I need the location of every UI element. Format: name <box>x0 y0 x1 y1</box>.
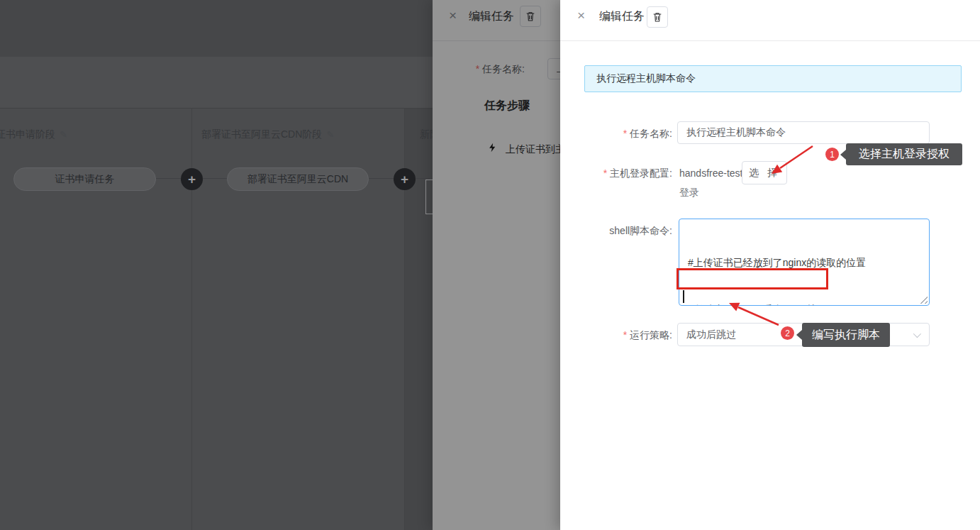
task-name-label: 任务名称: <box>433 63 525 76</box>
task-pill-deploy-cdn[interactable]: 部署证书至阿里云CDN <box>227 167 369 191</box>
step-badge-1: 1 <box>825 148 839 161</box>
step-item-label[interactable]: 上传证书到主机 <box>506 143 560 156</box>
info-alert: 执行远程主机脚本命令 <box>584 65 962 92</box>
task-name-input[interactable] <box>547 58 560 79</box>
resize-grip[interactable] <box>920 297 928 304</box>
stage-title-deploy-cdn: 部署证书至阿里云CDN阶段✎ <box>201 128 334 141</box>
edit-task-drawer: × 编辑任务 执行远程主机脚本命令 任务名称: 主机登录配置: handsfre… <box>560 0 980 530</box>
close-icon[interactable]: × <box>577 9 585 22</box>
tooltip-write-script: 编写执行脚本 <box>802 323 890 347</box>
text-caret <box>683 290 684 303</box>
task-steps-heading: 任务步骤 <box>484 99 530 114</box>
divider <box>433 40 560 41</box>
host-login-label: 主机登录配置: <box>573 167 672 180</box>
run-policy-value: 成功后跳过 <box>686 329 736 341</box>
task-name-input[interactable] <box>677 121 930 144</box>
host-login-value: handsfree-test <box>679 167 743 179</box>
pick-host-button[interactable]: 选 择 <box>742 161 787 184</box>
trash-icon <box>652 11 663 23</box>
drawer-title: 编辑任务 <box>599 9 645 24</box>
tooltip-notch <box>796 330 802 340</box>
chevron-down-icon <box>913 330 921 338</box>
drawer-title: 编辑任务 <box>469 9 514 24</box>
divider <box>560 40 980 41</box>
trash-icon <box>525 11 536 22</box>
edit-stage-icon[interactable]: ✎ <box>326 129 334 140</box>
shell-script-textarea[interactable]: #上传证书已经放到了nginx的读取的位置 #所以这里只需要重启nginx就行 … <box>679 219 930 306</box>
close-icon[interactable]: × <box>449 9 457 22</box>
task-pill-cert-apply[interactable]: 证书申请任务 <box>13 167 156 191</box>
run-policy-label: 运行策略: <box>573 329 672 342</box>
shell-line: #上传证书已经放到了nginx的读取的位置 <box>688 255 920 270</box>
tooltip-select-host: 选择主机登录授权 <box>846 143 962 165</box>
task-name-label: 任务名称: <box>573 128 672 140</box>
shell-line: #所以这里只需要重启nginx就行 <box>688 302 920 306</box>
host-login-value-wrap: 登录 <box>679 187 699 199</box>
add-stage-button[interactable]: + <box>181 168 203 190</box>
shell-script-label: shell脚本命令: <box>573 225 672 238</box>
tooltip-notch <box>840 150 846 160</box>
edit-task-drawer-background: × 编辑任务 任务名称: 任务步骤 上传证书到主机 <box>433 0 560 530</box>
delete-task-button[interactable] <box>520 6 541 27</box>
step-badge-2: 2 <box>781 326 794 340</box>
drawer-mask <box>433 0 560 530</box>
stage-title-cert-apply: 证书申请阶段✎ <box>0 128 67 141</box>
lightning-icon <box>487 141 498 156</box>
delete-task-button[interactable] <box>647 6 668 28</box>
edit-stage-icon[interactable]: ✎ <box>60 129 67 140</box>
add-stage-button[interactable]: + <box>394 168 416 190</box>
